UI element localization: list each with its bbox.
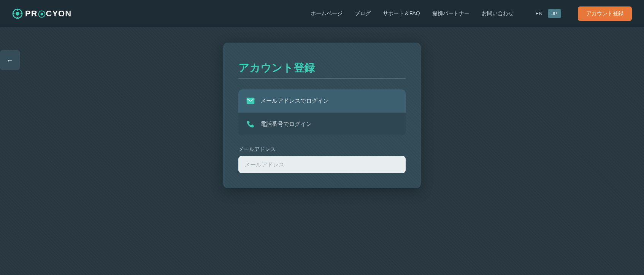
nav-support[interactable]: サポート＆FAQ (383, 10, 420, 17)
lang-en-button[interactable]: EN (532, 9, 546, 18)
login-options: メールアドレスでログイン 電話番号でログイン (238, 89, 406, 135)
login-card: アカウント登録 メールアドレスでログイン 電話番号でログイン (223, 43, 421, 188)
nav-homepage[interactable]: ホームページ (311, 10, 343, 17)
email-input[interactable] (238, 156, 406, 173)
lang-group: EN JP (532, 9, 561, 18)
svg-rect-4 (247, 98, 254, 104)
card-title: アカウント登録 (238, 61, 406, 75)
nav-partner[interactable]: 提携パートナー (432, 10, 470, 17)
card-divider (238, 78, 406, 79)
lang-jp-button[interactable]: JP (548, 9, 561, 18)
logo[interactable]: PRCYON (12, 8, 71, 19)
nav-contact[interactable]: お問い合わせ (482, 10, 514, 17)
email-icon (246, 96, 255, 105)
back-button[interactable]: ← (0, 50, 20, 70)
phone-login-option[interactable]: 電話番号でログイン (238, 113, 406, 135)
email-login-label: メールアドレスでログイン (260, 97, 329, 105)
main-content: ← アカウント登録 メールアドレスでログイン 電話 (0, 27, 644, 275)
email-login-option[interactable]: メールアドレスでログイン (238, 89, 406, 113)
nav-blog[interactable]: ブログ (355, 10, 371, 17)
logo-text: PRCYON (25, 9, 71, 19)
main-nav: ホームページ ブログ サポート＆FAQ 提携パートナー お問い合わせ EN JP… (311, 6, 632, 21)
site-header: PRCYON ホームページ ブログ サポート＆FAQ 提携パートナー お問い合わ… (0, 0, 644, 27)
logo-icon (12, 8, 23, 19)
svg-point-3 (40, 13, 43, 15)
phone-login-label: 電話番号でログイン (260, 121, 312, 128)
email-field-label: メールアドレス (238, 146, 406, 153)
register-button[interactable]: アカウント登録 (578, 6, 632, 21)
svg-point-1 (16, 12, 19, 16)
phone-icon (246, 119, 255, 129)
